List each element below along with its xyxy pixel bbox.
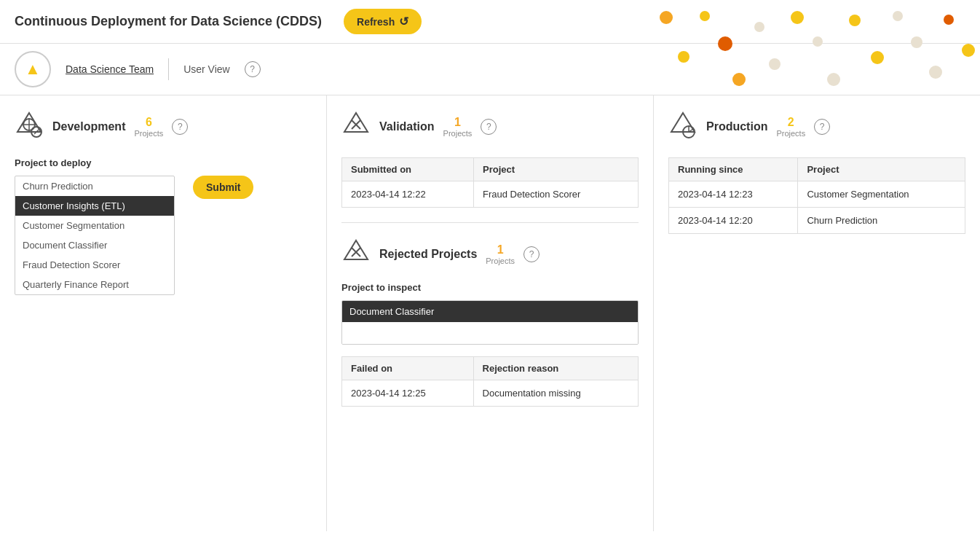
deploy-section-title: Project to deploy — [15, 157, 312, 168]
validation-help[interactable]: ? — [481, 119, 497, 135]
decorative-dot — [754, 22, 764, 32]
decorative-dot — [944, 15, 954, 25]
rejection-table: Failed on Rejection reason 2023-04-14 12… — [341, 356, 639, 407]
val-project: Fraud Detection Scorer — [473, 181, 638, 208]
svg-marker-9 — [344, 240, 368, 259]
decorative-dot — [660, 11, 673, 24]
table-row: 2023-04-14 12:22Fraud Detection Scorer — [342, 181, 639, 208]
development-help[interactable]: ? — [172, 119, 188, 135]
project-item[interactable]: Customer Segmentation — [15, 216, 174, 235]
validation-icon — [341, 110, 371, 143]
prod-project: Customer Segmentation — [798, 181, 965, 208]
rejected-icon — [341, 238, 371, 270]
development-header: Development 6 Projects ? — [15, 110, 312, 143]
development-count: 6 Projects — [134, 116, 163, 138]
inspect-item[interactable] — [342, 322, 638, 344]
project-list: Churn PredictionCustomer Insights (ETL)C… — [15, 176, 175, 295]
production-table: Running since Project 2023-04-14 12:23Cu… — [668, 157, 965, 234]
validation-table: Submitted on Project 2023-04-14 12:22Fra… — [341, 157, 639, 208]
production-header: Production 2 Projects ? — [668, 110, 965, 143]
production-count: 2 Projects — [776, 116, 805, 138]
submit-button[interactable]: Submit — [193, 176, 253, 199]
help-icon[interactable]: ? — [245, 61, 261, 77]
inspect-list: Document Classifier — [341, 300, 639, 345]
refresh-button[interactable]: Refresh — [344, 9, 422, 34]
rejected-count: 1 Projects — [486, 243, 515, 265]
development-title: Development — [52, 120, 125, 133]
inspect-section-title: Project to inspect — [341, 282, 639, 293]
validation-count-num: 1 — [443, 116, 473, 129]
rejected-count-num: 1 — [486, 243, 515, 257]
development-column: Development 6 Projects ? Project to depl… — [0, 95, 327, 531]
rej-col2-header: Rejection reason — [473, 357, 638, 380]
svg-marker-6 — [344, 113, 368, 132]
validation-sep — [341, 222, 639, 223]
prod-date: 2023-04-14 12:20 — [669, 208, 798, 234]
validation-column: Validation 1 Projects ? Submitted on Pro… — [327, 95, 654, 531]
development-icon — [15, 110, 44, 143]
project-item[interactable]: Customer Insights (ETL) — [15, 196, 174, 216]
val-date: 2023-04-14 12:22 — [342, 181, 474, 208]
table-row: 2023-04-14 12:23Customer Segmentation — [669, 181, 965, 208]
main-content: Development 6 Projects ? Project to depl… — [0, 95, 980, 531]
user-view-label: User View — [183, 63, 230, 75]
project-item[interactable]: Churn Prediction — [15, 176, 174, 196]
prod-date: 2023-04-14 12:23 — [669, 181, 798, 208]
production-count-num: 2 — [776, 116, 805, 129]
production-title: Production — [706, 120, 767, 133]
rejected-title: Rejected Projects — [379, 248, 477, 261]
sub-header: ▲ Data Science Team User View ? — [0, 44, 980, 95]
rej-reason: Documentation missing — [473, 380, 638, 407]
rej-date: 2023-04-14 12:25 — [342, 380, 474, 407]
val-col2-header: Project — [473, 158, 638, 181]
validation-header: Validation 1 Projects ? — [341, 110, 639, 143]
project-item[interactable]: Document Classifier — [15, 235, 174, 255]
logo: ▲ — [15, 51, 51, 87]
decorative-dot — [791, 11, 804, 24]
prod-col1-header: Running since — [669, 158, 798, 181]
validation-count: 1 Projects — [443, 116, 473, 138]
development-count-label: Projects — [134, 129, 163, 138]
rejected-count-label: Projects — [486, 257, 515, 265]
production-count-label: Projects — [776, 129, 805, 138]
production-icon — [668, 110, 698, 143]
validation-title: Validation — [379, 120, 435, 133]
rejected-help[interactable]: ? — [523, 246, 540, 262]
prod-col2-header: Project — [798, 158, 965, 181]
production-column: Production 2 Projects ? Running since Pr… — [654, 95, 980, 531]
production-help[interactable]: ? — [814, 119, 830, 135]
app-title: Continuous Deployment for Data Science (… — [15, 14, 322, 29]
dev-content: Churn PredictionCustomer Insights (ETL)C… — [15, 176, 312, 295]
project-item[interactable]: Fraud Detection Scorer — [15, 255, 174, 275]
validation-count-label: Projects — [443, 129, 473, 138]
val-col1-header: Submitted on — [342, 158, 474, 181]
header: Continuous Deployment for Data Science (… — [0, 0, 980, 44]
decorative-dot — [700, 11, 710, 21]
table-row: 2023-04-14 12:20Churn Prediction — [669, 208, 965, 234]
rejected-header: Rejected Projects 1 Projects ? — [341, 238, 639, 270]
prod-project: Churn Prediction — [798, 208, 965, 234]
development-count-num: 6 — [134, 116, 163, 129]
inspect-item[interactable]: Document Classifier — [342, 301, 638, 322]
decorative-dot — [849, 15, 861, 26]
header-divider — [168, 58, 169, 80]
rej-col1-header: Failed on — [342, 357, 474, 380]
decorative-dot — [893, 11, 903, 21]
project-item[interactable]: Quarterly Finance Report — [15, 275, 174, 294]
table-row: 2023-04-14 12:25Documentation missing — [342, 380, 639, 407]
team-link[interactable]: Data Science Team — [66, 63, 154, 75]
